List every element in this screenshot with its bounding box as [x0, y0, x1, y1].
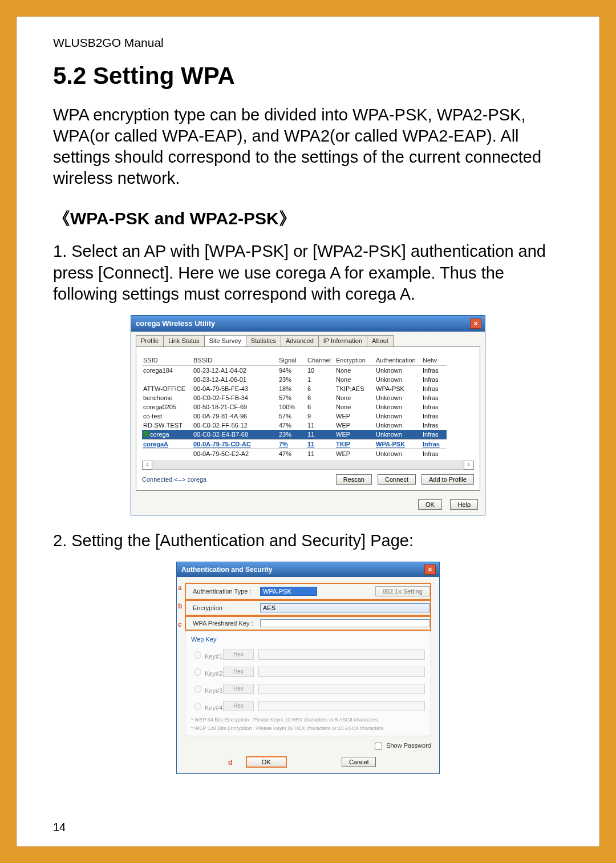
table-cell[interactable]: Unknown — [375, 402, 422, 412]
wep-key3-input[interactable] — [258, 684, 425, 694]
wep-key1-input[interactable] — [258, 650, 425, 660]
table-cell[interactable]: 11 — [306, 421, 335, 430]
table-cell[interactable]: None — [335, 393, 375, 402]
tab-advanced[interactable]: Advanced — [281, 335, 319, 346]
table-cell[interactable]: Infras — [422, 430, 447, 439]
wep-key3-format[interactable]: Hex — [223, 684, 254, 694]
table-cell[interactable]: RD-SW-TEST — [142, 421, 192, 430]
table-cell[interactable]: 6 — [306, 393, 335, 402]
table-cell[interactable]: WEP — [335, 412, 375, 421]
table-cell[interactable]: ATTW-OFFICE — [142, 384, 192, 393]
table-cell[interactable]: None — [335, 366, 375, 375]
table-cell[interactable]: 47% — [278, 421, 306, 430]
table-cell[interactable]: 00-0A-79-5B-FE-43 — [192, 384, 278, 393]
table-cell[interactable]: WEP — [335, 421, 375, 430]
table-cell[interactable]: 00-50-18-21-CF-69 — [192, 402, 278, 412]
table-cell[interactable]: 11 — [306, 439, 335, 449]
auth-type-select[interactable]: WPA-PSK — [260, 587, 317, 596]
cancel-button[interactable]: Cancel — [342, 757, 376, 767]
wep-key2-radio[interactable] — [194, 668, 201, 676]
table-cell[interactable]: WEP — [335, 430, 375, 439]
table-cell[interactable]: Infras — [422, 375, 447, 384]
scroll-right-icon[interactable]: › — [464, 461, 474, 470]
table-cell[interactable] — [142, 449, 192, 458]
table-cell[interactable]: Unknown — [375, 412, 422, 421]
help-button[interactable]: Help — [450, 499, 478, 510]
table-cell[interactable]: Infras — [422, 366, 447, 375]
table-cell[interactable]: 00-0A-79-75-CD-AC — [192, 439, 278, 449]
table-cell[interactable]: Unknown — [375, 421, 422, 430]
table-cell[interactable]: Unknown — [375, 449, 422, 458]
scroll-left-icon[interactable]: ‹ — [142, 461, 152, 470]
show-password-checkbox[interactable] — [375, 743, 382, 750]
table-cell[interactable]: 94% — [278, 366, 306, 375]
tab-profile[interactable]: Profile — [136, 335, 164, 346]
table-cell[interactable]: Infras — [422, 412, 447, 421]
psk-input[interactable] — [260, 619, 430, 627]
table-cell[interactable]: 00-0A-79-81-4A-96 — [192, 412, 278, 421]
table-cell[interactable]: TKIP;AES — [335, 384, 375, 393]
connect-button[interactable]: Connect — [378, 474, 416, 485]
wep-key1-radio[interactable] — [194, 651, 201, 659]
table-cell[interactable]: 10 — [306, 366, 335, 375]
table-cell[interactable]: 6 — [306, 384, 335, 393]
scrollbar[interactable] — [152, 461, 464, 470]
8021x-setting-button[interactable]: 802.1x Setting — [375, 586, 430, 596]
table-cell[interactable]: 00-C0-02-FF-56-12 — [192, 421, 278, 430]
table-cell[interactable]: corega184 — [142, 366, 192, 375]
tab-statistics[interactable]: Statistics — [246, 335, 281, 346]
table-cell[interactable]: 00-C0-02-F5-FB-34 — [192, 393, 278, 402]
table-cell[interactable]: None — [335, 402, 375, 412]
table-cell[interactable]: corega — [142, 430, 192, 439]
table-cell[interactable]: Unknown — [375, 366, 422, 375]
close-icon[interactable]: × — [424, 564, 436, 575]
table-cell[interactable]: WPA-PSK — [375, 384, 422, 393]
table-cell[interactable]: 11 — [306, 430, 335, 439]
table-cell[interactable]: Infras — [422, 421, 447, 430]
table-cell[interactable]: 100% — [278, 402, 306, 412]
encryption-select[interactable]: AES — [260, 603, 430, 612]
table-cell[interactable]: 9 — [306, 412, 335, 421]
table-cell[interactable]: Infras — [422, 384, 447, 393]
table-cell[interactable]: 18% — [278, 384, 306, 393]
table-cell[interactable]: 6 — [306, 402, 335, 412]
table-cell[interactable]: 57% — [278, 412, 306, 421]
tab-about[interactable]: About — [367, 335, 394, 346]
close-icon[interactable]: × — [470, 318, 481, 329]
wep-key4-format[interactable]: Hex — [223, 701, 254, 711]
tab-site-survey[interactable]: Site Survey — [204, 335, 246, 346]
table-cell[interactable]: Unknown — [375, 430, 422, 439]
table-cell[interactable]: coregaA — [142, 439, 192, 449]
table-cell[interactable]: WPA-PSK — [375, 439, 422, 449]
wep-key3-radio[interactable] — [194, 685, 201, 693]
table-cell[interactable]: 23% — [278, 430, 306, 439]
wep-key1-format[interactable]: Hex — [223, 650, 254, 660]
ok-button[interactable]: OK — [246, 756, 287, 768]
tab-link-status[interactable]: Link Status — [163, 335, 204, 346]
table-cell[interactable]: Unknown — [375, 375, 422, 384]
table-cell[interactable]: 00-0A-79-5C-E2-A2 — [192, 449, 278, 458]
wep-key2-input[interactable] — [258, 667, 425, 677]
table-cell[interactable]: 23% — [278, 375, 306, 384]
table-cell[interactable]: 00-23-12-A1-06-01 — [192, 375, 278, 384]
table-cell[interactable]: 00-23-12-A1-04-02 — [192, 366, 278, 375]
table-cell[interactable]: None — [335, 375, 375, 384]
table-cell[interactable]: Infras — [422, 449, 447, 458]
table-cell[interactable]: 11 — [306, 449, 335, 458]
table-cell[interactable]: 7% — [278, 439, 306, 449]
add-to-profile-button[interactable]: Add to Profile — [422, 474, 474, 485]
table-cell[interactable]: co-test — [142, 412, 192, 421]
wep-key2-format[interactable]: Hex — [223, 667, 254, 677]
table-cell[interactable] — [142, 375, 192, 384]
table-cell[interactable]: Infras — [422, 393, 447, 402]
table-cell[interactable]: 47% — [278, 449, 306, 458]
table-cell[interactable]: benchome — [142, 393, 192, 402]
ok-button[interactable]: OK — [418, 499, 442, 510]
tab-ip-info[interactable]: IP Information — [318, 335, 367, 346]
table-cell[interactable]: Infras — [422, 439, 447, 449]
table-cell[interactable]: corega0205 — [142, 402, 192, 412]
table-cell[interactable]: 1 — [306, 375, 335, 384]
table-cell[interactable]: Infras — [422, 402, 447, 412]
table-cell[interactable]: TKIP — [335, 439, 375, 449]
rescan-button[interactable]: Rescan — [336, 474, 372, 485]
